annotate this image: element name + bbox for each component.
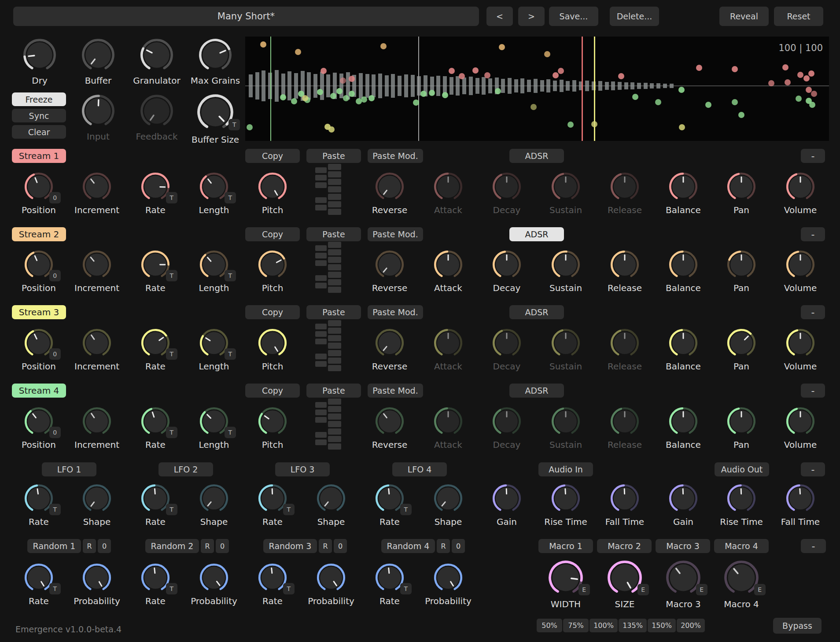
prev-preset-button[interactable]: < [486,7,513,26]
t-badge-button[interactable]: T [225,192,236,203]
white-key[interactable] [328,398,341,405]
t-badge-button[interactable]: T [225,427,236,438]
t-badge-button[interactable]: T [228,119,240,130]
probability-knob[interactable] [434,563,463,592]
white-key[interactable] [328,194,341,200]
pan-knob[interactable] [727,328,756,358]
e-badge-button[interactable]: E [637,584,649,595]
stream-3-copy-button[interactable]: Copy [245,305,300,319]
t-badge-button[interactable]: T [400,504,412,515]
white-key[interactable] [328,328,341,334]
white-key[interactable] [328,436,341,442]
zoom-75-button[interactable]: 75% [563,619,589,632]
shape-knob[interactable] [199,484,228,513]
white-key[interactable] [328,209,341,215]
rise-time-knob[interactable] [551,484,580,513]
random-4-0-button[interactable]: 0 [452,539,465,553]
0-badge-button[interactable]: 0 [49,192,61,203]
audio-out-button[interactable]: Audio Out [715,462,769,476]
stream-3-badge[interactable]: Stream 3 [12,305,66,319]
bypass-button[interactable]: Bypass [773,618,822,634]
stream-2-adsr-button[interactable]: ADSR [509,227,564,241]
volume-knob[interactable] [786,407,815,436]
random-2-r-button[interactable]: R [201,539,214,553]
attack-knob[interactable] [434,407,463,436]
white-key[interactable] [328,249,341,255]
white-key[interactable] [328,264,341,270]
increment-knob[interactable] [82,250,111,279]
sustain-knob[interactable] [551,250,580,279]
random-1-button[interactable]: Random 1 [27,539,81,553]
black-key[interactable] [315,324,327,329]
white-key[interactable] [328,350,341,356]
t-badge-button[interactable]: T [400,583,412,594]
white-key[interactable] [328,421,341,427]
reset-button[interactable]: Reset [774,7,823,26]
black-key[interactable] [315,410,327,415]
zoom-200-button[interactable]: 200% [677,619,705,632]
zoom-135-button[interactable]: 135% [619,619,647,632]
white-key[interactable] [328,428,341,435]
stream-4-adsr-button[interactable]: ADSR [509,384,564,398]
decay-knob[interactable] [492,250,521,279]
shape-knob[interactable] [317,484,346,513]
black-key[interactable] [315,175,327,181]
black-key[interactable] [315,197,327,203]
stream-1-collapse-button[interactable]: - [801,149,825,163]
0-badge-button[interactable]: 0 [49,427,61,438]
random-2-0-button[interactable]: 0 [216,539,229,553]
increment-knob[interactable] [82,407,111,436]
random-4-button[interactable]: Random 4 [381,539,435,553]
granulator-knob[interactable] [140,38,173,72]
e-badge-button[interactable]: E [754,584,766,595]
input-knob[interactable] [81,94,115,128]
white-key[interactable] [328,201,341,207]
lfo-1-button[interactable]: LFO 1 [42,462,96,476]
white-key[interactable] [328,365,341,371]
stream-4-copy-button[interactable]: Copy [245,384,300,398]
black-key[interactable] [315,275,327,281]
lfo-4-button[interactable]: LFO 4 [392,462,447,476]
gain-knob[interactable] [669,484,698,513]
stream-4-collapse-button[interactable]: - [801,384,825,398]
black-key[interactable] [315,167,327,173]
release-knob[interactable] [610,172,639,201]
black-key[interactable] [315,402,327,408]
pitch-knob[interactable] [258,172,287,201]
black-key[interactable] [315,339,327,344]
0-badge-button[interactable]: 0 [49,270,61,281]
sustain-knob[interactable] [551,328,580,358]
zoom-150-button[interactable]: 150% [648,619,676,632]
attack-knob[interactable] [434,328,463,358]
balance-knob[interactable] [669,250,698,279]
macro-3-button[interactable]: Macro 3 [656,539,710,553]
audio-in-button[interactable]: Audio In [538,462,593,476]
black-key[interactable] [315,331,327,337]
t-badge-button[interactable]: T [225,348,236,360]
reverse-knob[interactable] [375,328,404,358]
0-badge-button[interactable]: 0 [49,348,61,360]
black-key[interactable] [315,432,327,438]
stream-3-paste-button[interactable]: Paste [306,305,361,319]
stream-1-paste-mod-button[interactable]: Paste Mod. [368,149,423,163]
reveal-button[interactable]: Reveal [719,7,769,26]
pan-knob[interactable] [727,250,756,279]
collapse-button[interactable]: - [801,462,825,476]
release-knob[interactable] [610,407,639,436]
save-button[interactable]: Save... [549,7,598,26]
sustain-knob[interactable] [551,172,580,201]
increment-knob[interactable] [82,328,111,358]
t-badge-button[interactable]: T [49,504,61,515]
stream-4-paste-button[interactable]: Paste [306,384,361,398]
zoom-100-button[interactable]: 100% [589,619,618,632]
black-key[interactable] [315,182,327,188]
white-key[interactable] [328,443,341,450]
increment-knob[interactable] [82,172,111,201]
white-key[interactable] [328,257,341,263]
t-badge-button[interactable]: T [166,583,177,594]
e-badge-button[interactable]: E [578,584,590,595]
white-key[interactable] [328,343,341,349]
stream-4-badge[interactable]: Stream 4 [12,384,66,398]
stream-1-badge[interactable]: Stream 1 [12,149,66,163]
buffer-knob[interactable] [81,38,115,72]
